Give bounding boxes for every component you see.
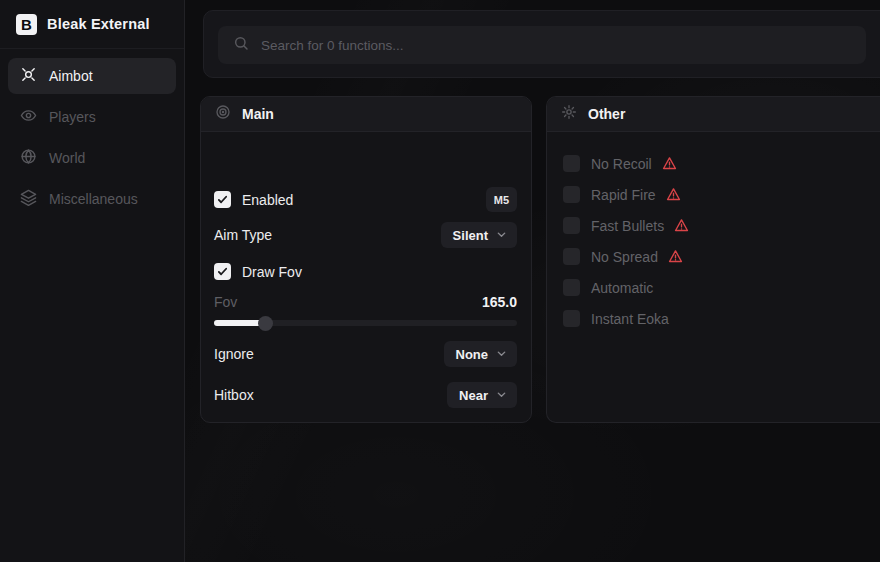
warning-icon xyxy=(666,187,681,202)
chevron-down-icon xyxy=(496,347,507,362)
other-item-label: No Spread xyxy=(591,249,658,265)
app-logo: B xyxy=(16,14,37,35)
instant-eoka-checkbox[interactable] xyxy=(563,310,580,327)
search-input[interactable]: Search for 0 functions... xyxy=(218,26,866,64)
hitbox-label: Hitbox xyxy=(214,387,254,403)
aim-type-label: Aim Type xyxy=(214,227,272,243)
panel-other-list: No Recoil Rapid Fire Fast Bullets xyxy=(547,132,880,334)
search-card: Search for 0 functions... xyxy=(203,10,880,78)
row-hitbox: Hitbox Near xyxy=(214,382,517,408)
warning-icon xyxy=(674,218,689,233)
app-logo-letter: B xyxy=(21,16,32,33)
search-placeholder: Search for 0 functions... xyxy=(261,38,404,53)
other-item-label: Automatic xyxy=(591,280,653,296)
sidebar-item-aimbot[interactable]: Aimbot xyxy=(8,58,176,94)
gear-icon xyxy=(561,104,577,124)
other-item-label: No Recoil xyxy=(591,156,652,172)
ignore-value: None xyxy=(456,347,489,362)
row-enabled: Enabled M5 xyxy=(214,187,517,212)
sidebar-item-world[interactable]: World xyxy=(8,140,176,176)
other-item-no-spread: No Spread xyxy=(563,241,880,272)
hitbox-value: Near xyxy=(459,388,488,403)
fast-bullets-checkbox[interactable] xyxy=(563,217,580,234)
row-draw-fov: Draw Fov xyxy=(214,259,517,284)
chevron-down-icon xyxy=(496,228,507,243)
app-title: Bleak External xyxy=(47,16,150,32)
fov-label: Fov xyxy=(214,294,237,310)
draw-fov-label: Draw Fov xyxy=(242,264,302,280)
crosshair-icon xyxy=(20,66,37,86)
eye-icon xyxy=(20,107,37,127)
panel-main: Main Enabled M5 Aim Type Silent xyxy=(200,96,532,423)
panel-main-body: Enabled M5 Aim Type Silent Draw Fov xyxy=(201,132,531,423)
aim-type-value: Silent xyxy=(453,228,488,243)
other-item-label: Instant Eoka xyxy=(591,311,669,327)
sidebar-item-label: Aimbot xyxy=(49,68,93,84)
other-item-instant-eoka: Instant Eoka xyxy=(563,303,880,334)
panel-other-header: Other xyxy=(547,97,880,132)
fov-slider[interactable] xyxy=(214,316,517,330)
rapid-fire-checkbox[interactable] xyxy=(563,186,580,203)
sidebar-item-miscellaneous[interactable]: Miscellaneous xyxy=(8,181,176,217)
panel-main-header: Main xyxy=(201,97,531,132)
row-fov: Fov 165.0 xyxy=(214,292,517,312)
other-item-fast-bullets: Fast Bullets xyxy=(563,210,880,241)
other-item-automatic: Automatic xyxy=(563,272,880,303)
panel-title: Other xyxy=(588,106,625,122)
main-content: Search for 0 functions... Main Enabled M… xyxy=(186,0,880,562)
enabled-keybind-button[interactable]: M5 xyxy=(486,187,517,212)
row-aim-type: Aim Type Silent xyxy=(214,222,517,248)
panel-title: Main xyxy=(242,106,274,122)
search-icon xyxy=(233,35,249,55)
other-item-rapid-fire: Rapid Fire xyxy=(563,179,880,210)
row-ignore: Ignore None xyxy=(214,341,517,367)
sidebar-item-label: World xyxy=(49,150,85,166)
automatic-checkbox[interactable] xyxy=(563,279,580,296)
fov-value: 165.0 xyxy=(482,294,517,310)
ignore-label: Ignore xyxy=(214,346,254,362)
panel-other: Other No Recoil Rapid Fire Fast Bullets xyxy=(546,96,880,423)
enabled-checkbox[interactable] xyxy=(214,191,231,208)
aim-type-dropdown[interactable]: Silent xyxy=(441,222,517,248)
no-spread-checkbox[interactable] xyxy=(563,248,580,265)
ignore-dropdown[interactable]: None xyxy=(444,341,518,367)
sidebar-item-label: Miscellaneous xyxy=(49,191,138,207)
layers-icon xyxy=(20,189,37,209)
enabled-label: Enabled xyxy=(242,192,293,208)
hitbox-dropdown[interactable]: Near xyxy=(447,382,517,408)
sidebar-item-players[interactable]: Players xyxy=(8,99,176,135)
chevron-down-icon xyxy=(496,388,507,403)
no-recoil-checkbox[interactable] xyxy=(563,155,580,172)
target-icon xyxy=(215,104,231,124)
sidebar-nav: Aimbot Players World xyxy=(0,49,184,226)
warning-icon xyxy=(668,249,683,264)
draw-fov-checkbox[interactable] xyxy=(214,263,231,280)
fov-slider-thumb[interactable] xyxy=(258,316,273,331)
sidebar: B Bleak External Aimbot Players xyxy=(0,0,185,562)
sidebar-item-label: Players xyxy=(49,109,96,125)
warning-icon xyxy=(662,156,677,171)
globe-icon xyxy=(20,148,37,168)
other-item-label: Rapid Fire xyxy=(591,187,656,203)
sidebar-header: B Bleak External xyxy=(0,0,184,49)
other-item-label: Fast Bullets xyxy=(591,218,664,234)
other-item-no-recoil: No Recoil xyxy=(563,148,880,179)
